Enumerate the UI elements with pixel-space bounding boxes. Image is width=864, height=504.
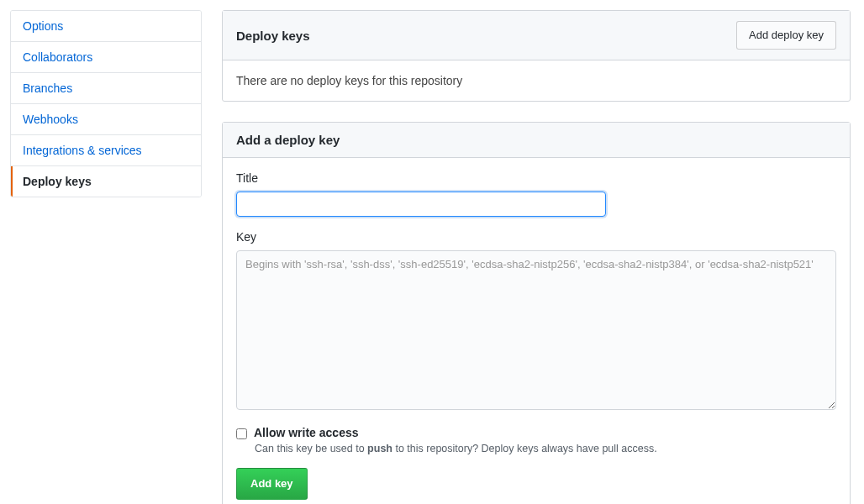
main-content: Deploy keys Add deploy key There are no … xyxy=(222,10,851,504)
deploy-keys-panel-header: Deploy keys Add deploy key xyxy=(223,11,850,60)
deploy-keys-panel-body: There are no deploy keys for this reposi… xyxy=(223,60,850,101)
key-label: Key xyxy=(236,230,836,244)
sidebar-item-deploy-keys[interactable]: Deploy keys xyxy=(11,166,201,197)
sidebar-item-branches[interactable]: Branches xyxy=(11,73,201,104)
allow-write-hint-prefix: Can this key be used to xyxy=(255,443,367,454)
title-field-group: Title xyxy=(236,171,836,217)
allow-write-row: Allow write access xyxy=(236,426,836,439)
sidebar-item-collaborators[interactable]: Collaborators xyxy=(11,42,201,73)
add-deploy-key-button[interactable]: Add deploy key xyxy=(736,21,836,50)
allow-write-checkbox[interactable] xyxy=(236,428,247,439)
deploy-keys-empty-message: There are no deploy keys for this reposi… xyxy=(236,74,836,87)
add-deploy-key-panel: Add a deploy key Title Key Allow write a… xyxy=(222,122,851,504)
add-key-button[interactable]: Add key xyxy=(236,468,308,500)
add-deploy-key-panel-header: Add a deploy key xyxy=(223,123,850,158)
key-field-group: Key xyxy=(236,230,836,412)
add-deploy-key-form: Title Key Allow write access Can this ke… xyxy=(223,158,850,504)
sidebar-item-options[interactable]: Options xyxy=(11,11,201,42)
sidebar-nav: Options Collaborators Branches Webhooks … xyxy=(10,10,202,197)
title-label: Title xyxy=(236,171,836,185)
allow-write-hint-suffix: to this repository? Deploy keys always h… xyxy=(392,443,657,454)
allow-write-label[interactable]: Allow write access xyxy=(254,426,359,439)
key-textarea[interactable] xyxy=(236,250,836,410)
add-deploy-key-title: Add a deploy key xyxy=(236,133,340,147)
allow-write-hint: Can this key be used to push to this rep… xyxy=(255,443,836,454)
sidebar-item-webhooks[interactable]: Webhooks xyxy=(11,104,201,135)
sidebar-item-integrations[interactable]: Integrations & services xyxy=(11,135,201,166)
deploy-keys-panel: Deploy keys Add deploy key There are no … xyxy=(222,10,851,102)
deploy-keys-title: Deploy keys xyxy=(236,29,310,43)
settings-sidebar: Options Collaborators Branches Webhooks … xyxy=(10,10,202,504)
title-input[interactable] xyxy=(236,192,606,217)
allow-write-hint-strong: push xyxy=(367,443,392,454)
